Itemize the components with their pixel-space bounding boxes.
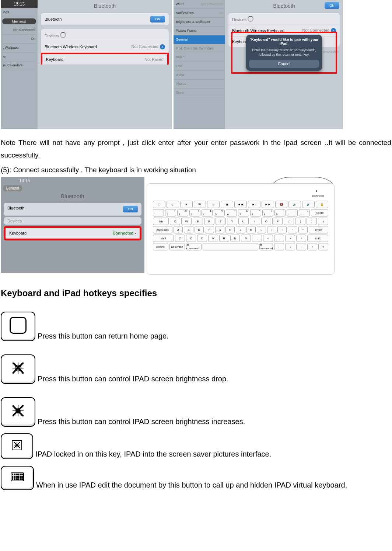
kb-key: T (216, 218, 226, 225)
kb-key: shift (307, 235, 328, 242)
kb-key: Y (227, 218, 237, 225)
dialog-headline: "Keyboard" would like to pair with your … (249, 38, 319, 46)
sidebar-item-wallpaper: , Wallpaper (1, 44, 38, 52)
kb-key: " (298, 226, 308, 233)
kb-key: ; (267, 226, 276, 233)
kb-key: M (241, 235, 251, 242)
kb-key: F (205, 226, 214, 233)
sb-ipod: iPod (174, 62, 225, 71)
step5-text: (5): Connect successfully , The keyboard… (0, 162, 392, 176)
brightness-up-key-icon (1, 397, 35, 427)
dialog-cancel-button: Cancel (249, 60, 319, 68)
kb-a-row: caps lockASDFGHJKL;:'"enter (153, 226, 328, 233)
sb-photos: Photos (174, 80, 225, 89)
kb-key: ' (288, 226, 297, 233)
page-title-3: Bluetooth (1, 183, 144, 201)
keyboard-status: Not Paired (144, 57, 164, 62)
sb-notifications: NotificationsOn (174, 9, 225, 18)
kb-key: ↓ (285, 243, 295, 250)
hotkey-virtual-keyboard: When in use IPAD edit the document by th… (0, 462, 392, 493)
row-bluetooth: Bluetooth ON (41, 13, 169, 25)
kb-key: $4 (202, 209, 213, 216)
kb-key: □ (153, 201, 165, 208)
sb-brightness: Brightness & Wallpaper (174, 18, 225, 27)
virtual-keyboard-key-icon (1, 466, 34, 490)
kb-key: S (184, 226, 193, 233)
sidebar-item-on: On (1, 35, 38, 44)
manual-page: 15:13 ings General Not Connected On , Wa… (0, 0, 392, 493)
bwk-status: Not Connected (132, 44, 158, 49)
brightness-down-key-icon (1, 354, 35, 384)
note-text: Note There will not have any prompt , ju… (0, 129, 392, 162)
sb-mcc: Mail, Contacts, Calendars (174, 44, 225, 53)
kb-key: I (250, 218, 260, 225)
sidebar-item-general: General (2, 18, 36, 24)
sidebar-item-truncated: ings (1, 8, 38, 17)
screenshot-pairing-dialog: Wi-FiNot Connected NotificationsOn Brigh… (174, 0, 343, 129)
pairing-dialog: "Keyboard" would like to pair with your … (246, 35, 322, 71)
brightness-up-icon (15, 408, 21, 413)
kb-key: ] (307, 218, 317, 225)
kb-key: / (307, 243, 317, 250)
kb-sp-row: controlalt option⌘ command⌘ command←↓→/? (153, 243, 328, 250)
screenshots-row-top: 15:13 ings General Not Connected On , Wa… (0, 0, 392, 129)
kb-key: O (261, 218, 272, 225)
kb-key: < (263, 235, 273, 242)
kb-key: : (277, 226, 287, 233)
status-bar-time: 15:13 (1, 0, 38, 8)
hotkey-picture-frame: IPAD locked in on this key, IPAD into th… (0, 430, 392, 462)
kb-key: shift (153, 235, 174, 242)
sidebar-item-calendars: ts, Calendars (1, 61, 38, 70)
kb-fn-row: □☼☀⧉⌕◉◄◄►||►►🔇🔉🔊🔒 (153, 201, 328, 208)
kb-key: Q (170, 218, 180, 225)
kb-key: ◉ (221, 201, 233, 208)
kb-key: *8 (250, 209, 261, 216)
devices-header-3: Devices (4, 217, 141, 225)
kb-key: control (153, 243, 168, 250)
kb-key: enter (309, 226, 328, 233)
kb-key: V (208, 235, 218, 242)
kb-key: alt option (169, 243, 185, 250)
kb-key: B (219, 235, 229, 242)
sb-general: General (174, 35, 225, 44)
spinner-icon (60, 32, 66, 38)
kb-key: tab (153, 218, 169, 225)
row-bwk: Bluetooth Wireless Keyboard Not Connecte… (41, 41, 169, 53)
connect-label: connect (312, 194, 324, 198)
kb-key: ☼ (167, 201, 179, 208)
screenshot-connected: 14:15 General Bluetooth Bluetooth ON Dev… (1, 177, 144, 273)
sidebar-item-notconnected: Not Connected (1, 26, 38, 35)
kb-key: { (295, 218, 305, 225)
kb-key: → (296, 243, 306, 250)
bluetooth-switch-on-3: ON (123, 206, 138, 212)
kb-key: A (174, 226, 183, 233)
hotkey-home-text: Press this button can return home page. (38, 331, 169, 341)
keyboard-body: connect □☼☀⧉⌕◉◄◄►||►►🔇🔉🔊🔒 ~`!1@2#3$4%5^6… (147, 183, 335, 275)
sb-wifi: Wi-FiNot Connected (174, 0, 225, 9)
info-icon: › (134, 231, 136, 235)
picture-frame-icon (12, 440, 22, 450)
hotkey-vk-text: When in use IPAD edit the document by th… (36, 480, 347, 490)
kb-key: 🔇 (275, 201, 288, 208)
virtual-keyboard-icon (11, 472, 24, 481)
page-title-2: Bluetooth (228, 1, 340, 13)
kb-key: !1 (165, 209, 176, 216)
kb-key: ⌕ (207, 201, 220, 208)
kb-key: J (236, 226, 245, 233)
kb-key: #3 (189, 209, 200, 216)
kb-key: E (193, 218, 203, 225)
kb-key: D (195, 226, 204, 233)
kb-key: ^6 (226, 209, 237, 216)
sb-safari: Safari (174, 53, 225, 62)
sb-video: Video (174, 71, 225, 80)
kb-key: ⧉ (194, 201, 206, 208)
kb-key: G (215, 226, 224, 233)
keyboard-label: Keyboard (46, 57, 63, 62)
kb-key: . (274, 235, 284, 242)
status-bar-time-2: 14:15 (1, 177, 144, 183)
kb-key: delete (311, 209, 328, 216)
kb-key: > (285, 235, 295, 242)
kb-key: _- (287, 209, 298, 216)
kb-key: 🔒 (316, 201, 328, 208)
row-bluetooth-label: Bluetooth (45, 17, 62, 21)
